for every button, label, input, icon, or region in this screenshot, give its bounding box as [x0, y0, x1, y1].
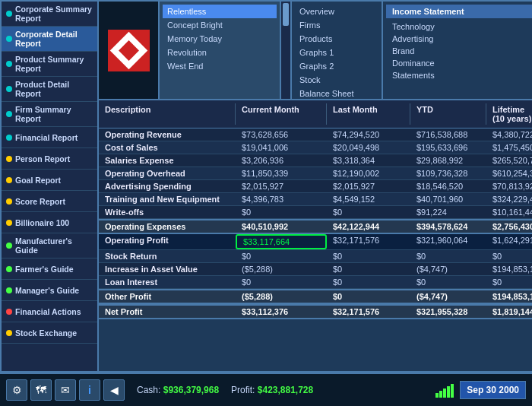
- sidebar-item-person-report[interactable]: Person Report: [2, 148, 97, 170]
- cell-label: Net Profit: [99, 306, 236, 318]
- cell-value: $42,122,944: [327, 220, 410, 233]
- sidebar-item-firm-summary[interactable]: Firm Summary Report: [2, 102, 97, 127]
- nav-item-firms[interactable]: Firms: [295, 18, 378, 32]
- sidebar-item-corporate-detail[interactable]: Corporate Detail Report: [2, 27, 97, 52]
- cell-value: $0: [410, 276, 486, 288]
- table-row: Stock Return$0$0$0$0: [99, 250, 532, 263]
- cell-value: $0: [236, 250, 327, 262]
- cell-label: Stock Return: [99, 250, 236, 262]
- mail-icon[interactable]: ✉: [55, 379, 76, 401]
- table-row: Net Profit$33,112,376$32,171,576$321,955…: [99, 304, 532, 319]
- dot-icon: [6, 11, 12, 17]
- brand-item-relentless[interactable]: Relentless: [163, 5, 277, 18]
- cell-value: $20,049,498: [327, 141, 410, 154]
- col-header-lifetime: Lifetime (10 years): [486, 103, 532, 125]
- cell-value: ($5,288): [236, 263, 327, 275]
- profit-label: Profit: $423,881,728: [231, 385, 313, 395]
- status-bar: ⚙ 🗺 ✉ i ◀ Cash: $936,379,968 Profit: $42…: [0, 373, 532, 406]
- nav-item-products[interactable]: Products: [295, 32, 378, 46]
- cell-value: $70,813,920: [486, 180, 532, 192]
- right-nav-advertising[interactable]: Advertising: [386, 33, 532, 45]
- brands-scrollbar[interactable]: [281, 2, 292, 99]
- cell-value: $12,190,002: [327, 167, 410, 179]
- brand-item-concept-bright[interactable]: Concept Bright: [163, 18, 277, 32]
- nav-item-graphs2[interactable]: Graphs 2: [295, 59, 378, 73]
- sidebar-item-product-summary[interactable]: Product Summary Report: [2, 52, 97, 77]
- sidebar-item-billionaire-100[interactable]: Billionaire 100: [2, 212, 97, 233]
- cell-value: $265,520,768: [486, 154, 532, 167]
- cell-value: $1,624,291,840: [486, 234, 532, 249]
- right-nav-brand[interactable]: Brand: [386, 45, 532, 57]
- cell-value: $0: [327, 250, 410, 262]
- cell-value: $3,318,364: [327, 154, 410, 167]
- company-logo: [108, 30, 150, 71]
- cell-value: $2,015,927: [236, 180, 327, 192]
- toolbar: ⚙ 🗺 ✉ i ◀: [6, 379, 125, 401]
- cell-value: $10,161,441: [486, 206, 532, 218]
- cell-value: $394,578,624: [410, 220, 486, 233]
- brand-item-revolution[interactable]: Revolution: [163, 46, 277, 59]
- dot-icon: [6, 135, 12, 141]
- nav-menu: Overview Firms Products Graphs 1 Graphs …: [292, 2, 383, 99]
- dot-icon: [6, 220, 12, 226]
- table-row: Operating Expenses$40,510,992$42,122,944…: [99, 219, 532, 234]
- cell-label: Training and New Equipment: [99, 193, 236, 205]
- sidebar-item-financial-actions[interactable]: Financial Actions: [2, 301, 97, 322]
- cell-value: $11,850,339: [236, 167, 327, 179]
- cell-value: $2,756,430,336: [486, 220, 532, 233]
- table-row: Operating Revenue$73,628,656$74,294,520$…: [99, 128, 532, 141]
- sidebar-item-corporate-summary[interactable]: Corporate Summary Report: [2, 2, 97, 27]
- sidebar-item-product-detail[interactable]: Product Detail Report: [2, 77, 97, 102]
- sidebar-item-financial-report[interactable]: Financial Report: [2, 127, 97, 148]
- dot-icon: [6, 198, 12, 205]
- dot-icon: [6, 243, 12, 249]
- nav-item-overview[interactable]: Overview: [295, 5, 378, 18]
- cell-value: $0: [327, 290, 410, 303]
- dot-icon: [6, 61, 12, 67]
- cell-label: Write-offs: [99, 206, 236, 218]
- profit-value: $423,881,728: [258, 385, 313, 395]
- sidebar-item-managers-guide[interactable]: Manager's Guide: [2, 280, 97, 301]
- sidebar-item-score-report[interactable]: Score Report: [2, 191, 97, 212]
- cell-value: ($5,288): [236, 290, 327, 303]
- sidebar-item-goal-report[interactable]: Goal Report: [2, 170, 97, 191]
- cell-label: Operating Overhead: [99, 167, 236, 179]
- settings-icon[interactable]: ⚙: [6, 379, 27, 401]
- table-row: Loan Interest$0$0$0$0: [99, 276, 532, 289]
- sidebar-item-stock-exchange[interactable]: Stock Exchange: [2, 322, 97, 344]
- right-nav-statements[interactable]: Statements: [386, 69, 532, 81]
- map-icon[interactable]: 🗺: [30, 379, 52, 401]
- table-row: Operating Overhead$11,850,339$12,190,002…: [99, 167, 532, 180]
- cell-value: $0: [486, 276, 532, 288]
- cell-value: $109,736,328: [410, 167, 486, 179]
- cell-value: $194,853,136: [486, 290, 532, 303]
- sidebar-item-manufacturers-guide[interactable]: Manufacturer's Guide: [2, 233, 97, 259]
- col-header-description: Description: [99, 103, 236, 125]
- cell-value: $0: [327, 276, 410, 288]
- signal-bars: [435, 382, 454, 398]
- nav-item-balance-sheet[interactable]: Balance Sheet: [295, 87, 378, 100]
- brand-item-west-end[interactable]: West End: [163, 59, 277, 73]
- table-row: Advertising Spending$2,015,927$2,015,927…: [99, 180, 532, 193]
- brand-item-memory-today[interactable]: Memory Today: [163, 32, 277, 46]
- cell-value: $321,955,328: [410, 306, 486, 318]
- table-row: Salaries Expense$3,206,936$3,318,364$29,…: [99, 154, 532, 167]
- cell-value: $4,549,152: [327, 193, 410, 205]
- cell-value: $716,538,688: [410, 128, 486, 141]
- cell-label: Other Profit: [99, 290, 236, 303]
- dot-icon: [6, 177, 12, 183]
- cell-value: $18,546,520: [410, 180, 486, 192]
- cell-value: $0: [486, 250, 532, 262]
- cell-label: Operating Expenses: [99, 220, 236, 233]
- right-nav-technology[interactable]: Technology: [386, 21, 532, 33]
- table-header: Description Current Month Last Month YTD…: [99, 100, 532, 128]
- sidebar-item-farmers-guide[interactable]: Farmer's Guide: [2, 259, 97, 280]
- nav-item-graphs1[interactable]: Graphs 1: [295, 46, 378, 59]
- cell-value: $2,015,927: [327, 180, 410, 192]
- right-nav-dominance[interactable]: Dominance: [386, 57, 532, 69]
- cell-value: $0: [236, 206, 327, 218]
- info-icon[interactable]: i: [79, 379, 100, 401]
- dot-icon: [6, 309, 12, 315]
- back-icon[interactable]: ◀: [103, 379, 125, 401]
- nav-item-stock[interactable]: Stock: [295, 73, 378, 87]
